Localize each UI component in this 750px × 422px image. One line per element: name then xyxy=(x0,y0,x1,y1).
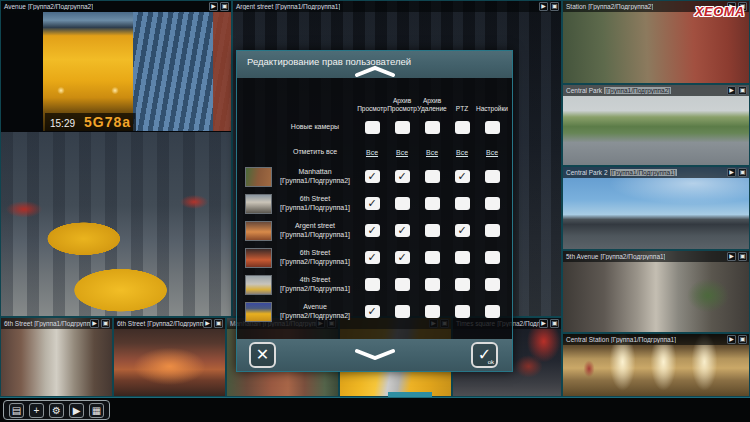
add-camera-icon[interactable]: + xyxy=(29,403,44,418)
anpr-readout: 15:29 5G78a xyxy=(45,113,136,131)
checkbox-unchecked[interactable] xyxy=(395,197,410,210)
checkbox-unchecked[interactable] xyxy=(425,121,440,134)
play-archive-icon[interactable]: ▶ xyxy=(203,319,212,328)
play-archive-icon[interactable]: ▶ xyxy=(539,2,548,11)
camera-label: Central Station[Группа1/Подгруппа1] xyxy=(563,336,676,343)
camera-cell-avenue[interactable]: Avenue[Группа2/Подгруппа2] ▶▣ 15:29 5G78… xyxy=(0,0,232,317)
cancel-button[interactable]: ✕ xyxy=(249,342,276,368)
checkbox-checked[interactable]: ✓ xyxy=(365,305,380,318)
checkbox-unchecked[interactable] xyxy=(485,278,500,291)
checkbox-unchecked[interactable] xyxy=(395,278,410,291)
main-toolbar: ▤ + ⚙ ▶ ▦ xyxy=(3,400,110,420)
select-all-link[interactable]: Все xyxy=(456,149,468,156)
checkbox-unchecked[interactable] xyxy=(485,170,500,183)
checkbox-checked[interactable]: ✓ xyxy=(365,251,380,264)
checkbox-unchecked[interactable] xyxy=(365,121,380,134)
pip-window-icon[interactable]: ▣ xyxy=(738,168,747,177)
dialog-body: Просмотр Архив Просмотр Архив Удаление P… xyxy=(237,78,512,339)
xeoma-logo: XEOMA xyxy=(695,4,745,19)
scroll-up-chevron-icon[interactable] xyxy=(353,65,397,77)
checkbox-unchecked[interactable] xyxy=(425,170,440,183)
select-all-link[interactable]: Все xyxy=(396,149,408,156)
checkbox-unchecked[interactable] xyxy=(425,197,440,210)
pip-window-icon[interactable]: ▣ xyxy=(550,319,559,328)
camera-label: Station[Группа2/Подгруппа2] xyxy=(563,3,653,10)
camera-cell-central-station[interactable]: Central Station[Группа1/Подгруппа1] ▶▣ xyxy=(562,333,750,397)
select-all-link[interactable]: Все xyxy=(486,149,498,156)
pip-window-icon[interactable]: ▣ xyxy=(550,2,559,11)
checkbox-checked[interactable]: ✓ xyxy=(395,224,410,237)
pip-window-icon[interactable]: ▣ xyxy=(214,319,223,328)
checkbox-unchecked[interactable] xyxy=(455,121,470,134)
checkbox-unchecked[interactable] xyxy=(395,305,410,318)
camera-cell-6th-street-2[interactable]: 6th Street[Группа2/Подгруппа1] ▶▣ xyxy=(113,317,226,397)
ok-button[interactable]: ✓ ok xyxy=(471,342,498,368)
permissions-dialog: Редактирование прав пользователей Просмо… xyxy=(236,50,513,372)
play-archive-icon[interactable]: ▶ xyxy=(727,335,736,344)
play-archive-icon[interactable]: ▶ xyxy=(209,2,218,11)
camera-permission-row: Avenue[Группа2/Подгруппа2] ✓ xyxy=(237,298,512,325)
settings-gear-icon[interactable]: ⚙ xyxy=(49,403,64,418)
camera-cell-central-park[interactable]: Central Park[Группа1/Подгруппа2] ▶▣ xyxy=(562,84,750,166)
new-cameras-row: Новые камеры xyxy=(237,114,512,141)
pip-window-icon[interactable]: ▣ xyxy=(220,2,229,11)
checkbox-checked[interactable]: ✓ xyxy=(365,224,380,237)
camera-title-bar: Central Station[Группа1/Подгруппа1] ▶▣ xyxy=(563,334,749,345)
checkbox-unchecked[interactable] xyxy=(485,197,500,210)
checkbox-unchecked[interactable] xyxy=(425,278,440,291)
grid-view-icon[interactable]: ▦ xyxy=(89,403,104,418)
checkbox-unchecked[interactable] xyxy=(455,197,470,210)
checkbox-unchecked[interactable] xyxy=(455,278,470,291)
camera-thumbnail xyxy=(245,248,272,268)
pip-window-icon[interactable]: ▣ xyxy=(738,335,747,344)
pip-window-icon[interactable]: ▣ xyxy=(738,86,747,95)
column-header-settings: Настройки xyxy=(476,105,508,115)
camera-image xyxy=(133,12,231,131)
checkbox-unchecked[interactable] xyxy=(425,305,440,318)
camera-title-bar: 5th Avenue[Группа2/Подгруппа1] ▶▣ xyxy=(563,251,749,262)
checkbox-unchecked[interactable] xyxy=(485,305,500,318)
camera-permission-row: 4th Street[Группа2/Подгруппа1] xyxy=(237,271,512,298)
checkbox-unchecked[interactable] xyxy=(395,121,410,134)
checkbox-unchecked[interactable] xyxy=(455,251,470,264)
checkbox-checked[interactable]: ✓ xyxy=(365,170,380,183)
checkbox-checked[interactable]: ✓ xyxy=(365,197,380,210)
camera-cell-central-park-2[interactable]: Central Park 2[Группа1/Подгруппа1] ▶▣ xyxy=(562,166,750,250)
camera-title-bar: Argent street[Группа1/Подгруппа1] ▶▣ xyxy=(233,1,561,12)
select-all-link[interactable]: Все xyxy=(426,149,438,156)
play-archive-icon[interactable]: ▶ xyxy=(90,319,99,328)
camera-cell-station[interactable]: Station[Группа2/Подгруппа2] ▶▣ XEOMA xyxy=(562,0,750,84)
checkbox-checked[interactable]: ✓ xyxy=(395,170,410,183)
pip-window-icon[interactable]: ▣ xyxy=(101,319,110,328)
camera-cell-6th-street-1[interactable]: 6th Street[Группа1/Подгруппа1] ▶▣ xyxy=(0,317,113,397)
checkbox-unchecked[interactable] xyxy=(485,251,500,264)
camera-label: 6th Street[Группа2/Подгруппа1] xyxy=(114,320,203,327)
select-all-link[interactable]: Все xyxy=(366,149,378,156)
play-archive-icon[interactable]: ▶ xyxy=(539,319,548,328)
play-archive-icon[interactable]: ▶ xyxy=(727,168,736,177)
checkbox-unchecked[interactable] xyxy=(485,224,500,237)
camera-title-bar: Central Park[Группа1/Подгруппа2] ▶▣ xyxy=(563,85,749,96)
checkbox-unchecked[interactable] xyxy=(485,121,500,134)
column-header-ptz: PTZ xyxy=(456,105,468,115)
playback-icon[interactable]: ▶ xyxy=(69,403,84,418)
play-archive-icon[interactable]: ▶ xyxy=(727,86,736,95)
camera-permission-row: 6th Street[Группа1/Подгруппа1] ✓ xyxy=(237,190,512,217)
row-label: Отметить все xyxy=(273,148,357,157)
checkbox-checked[interactable]: ✓ xyxy=(395,251,410,264)
checkbox-unchecked[interactable] xyxy=(425,224,440,237)
mark-all-row: Отметить все Все Все Все Все Все xyxy=(237,141,512,163)
play-archive-icon[interactable]: ▶ xyxy=(727,252,736,261)
camera-label: Avenue[Группа2/Подгруппа2] xyxy=(1,3,93,10)
pip-window-icon[interactable]: ▣ xyxy=(738,252,747,261)
checkbox-unchecked[interactable] xyxy=(425,251,440,264)
checkbox-checked[interactable]: ✓ xyxy=(455,224,470,237)
checkbox-checked[interactable]: ✓ xyxy=(455,170,470,183)
scroll-down-chevron-icon[interactable] xyxy=(353,348,397,360)
layouts-icon[interactable]: ▤ xyxy=(9,403,24,418)
camera-thumbnail xyxy=(245,167,272,187)
dialog-bottombar: ✕ ✓ ok xyxy=(237,339,512,371)
checkbox-unchecked[interactable] xyxy=(365,278,380,291)
checkbox-unchecked[interactable] xyxy=(455,305,470,318)
camera-cell-5th-avenue[interactable]: 5th Avenue[Группа2/Подгруппа1] ▶▣ xyxy=(562,250,750,333)
